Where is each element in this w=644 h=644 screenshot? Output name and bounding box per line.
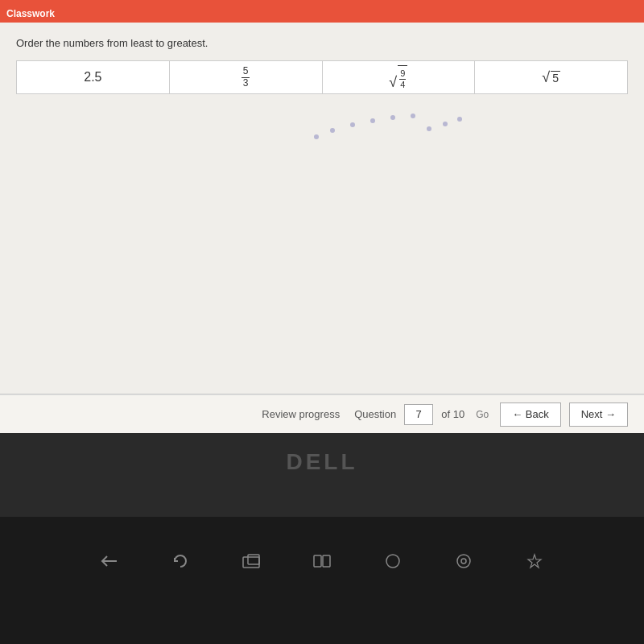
dot xyxy=(457,117,462,122)
dot xyxy=(350,122,355,127)
svg-point-5 xyxy=(386,555,399,568)
question-label: Question xyxy=(354,408,396,420)
card-4-sqrt-int: √ 5 xyxy=(542,70,560,85)
split-screen-icon[interactable] xyxy=(311,552,333,570)
number-card-1[interactable]: 2.5 xyxy=(16,60,169,94)
back-button[interactable]: ← Back xyxy=(500,402,561,427)
keyboard-area xyxy=(0,517,644,605)
dot xyxy=(443,122,448,126)
sqrt-content-2: 5 xyxy=(551,71,560,85)
question-area: Order the numbers from least to greatest… xyxy=(0,23,644,394)
search-circle-icon[interactable] xyxy=(452,552,475,570)
card-1-value: 2.5 xyxy=(84,70,101,85)
review-progress-button[interactable]: Review progress xyxy=(255,405,346,423)
home-circle-icon[interactable] xyxy=(382,552,404,570)
fraction-denominator: 3 xyxy=(242,78,250,89)
app-title-bar: Classwork xyxy=(0,5,644,23)
dell-logo: DELL xyxy=(286,449,357,475)
dot xyxy=(411,114,415,118)
back-arrow-icon[interactable] xyxy=(98,552,121,570)
main-screen: Order the numbers from least to greatest… xyxy=(0,23,644,433)
brightness-icon[interactable] xyxy=(523,552,546,570)
fraction-numerator: 5 xyxy=(242,66,250,77)
sqrt-symbol-1: √ xyxy=(389,75,397,89)
question-instruction: Order the numbers from least to greatest… xyxy=(16,37,628,49)
sqrt-inner-fraction: 9 4 xyxy=(399,68,406,89)
of-total-label: of 10 xyxy=(441,408,464,420)
go-button[interactable]: Go xyxy=(473,406,492,423)
next-button[interactable]: Next → xyxy=(569,402,628,427)
dot xyxy=(330,128,335,133)
dot xyxy=(314,134,319,139)
svg-point-6 xyxy=(457,555,470,568)
question-number-input[interactable]: 7 xyxy=(404,404,433,425)
number-card-4[interactable]: √ 5 xyxy=(474,60,628,94)
svg-marker-8 xyxy=(528,555,541,568)
laptop-body: DELL xyxy=(0,433,644,605)
svg-rect-2 xyxy=(248,555,259,564)
svg-point-7 xyxy=(461,559,466,564)
sqrt-content-1: 9 4 xyxy=(398,65,407,89)
dot xyxy=(427,126,431,131)
refresh-icon[interactable] xyxy=(169,552,192,570)
window-icon[interactable] xyxy=(240,552,262,570)
dot xyxy=(370,118,375,123)
number-cards-container: 2.5 5 3 √ 9 4 xyxy=(16,60,628,94)
card-3-sqrt-fraction: √ 9 4 xyxy=(389,65,407,89)
app-title: Classwork xyxy=(6,8,55,19)
svg-rect-1 xyxy=(243,557,259,568)
svg-rect-4 xyxy=(323,555,330,567)
dot xyxy=(390,115,395,120)
sqrt-frac-den: 4 xyxy=(399,80,406,89)
sqrt-symbol-2: √ xyxy=(542,70,550,85)
navigation-bar: Review progress Question 7 of 10 Go ← Ba… xyxy=(0,394,644,433)
sqrt-frac-num: 9 xyxy=(399,68,406,79)
number-card-2[interactable]: 5 3 xyxy=(169,60,322,94)
svg-rect-3 xyxy=(314,555,321,567)
number-card-3[interactable]: √ 9 4 xyxy=(322,60,475,94)
card-2-fraction: 5 3 xyxy=(242,66,250,88)
